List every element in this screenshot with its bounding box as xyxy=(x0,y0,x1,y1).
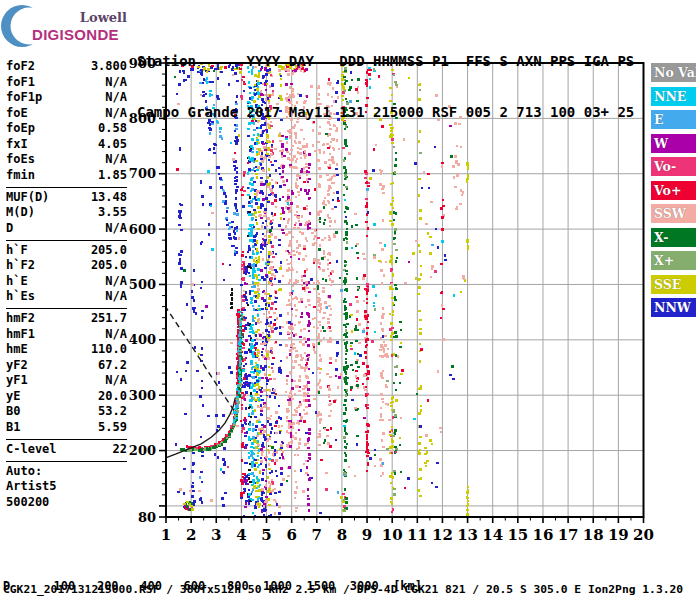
param-value: 20.0 xyxy=(98,389,127,405)
param-label: Auto: xyxy=(6,464,42,480)
param-value: N/A xyxy=(105,274,127,290)
param-row-fmin: fmin1.85 xyxy=(6,168,127,184)
axis-tick-label: 7 xyxy=(312,526,322,544)
param-label: hmF1 xyxy=(6,327,35,343)
axis-tick-label: 20 xyxy=(633,526,654,544)
param-value: 110.0 xyxy=(91,342,127,358)
param-value: N/A xyxy=(105,90,127,106)
param-label: foEs xyxy=(6,152,35,168)
axis-tick-label: 1 xyxy=(161,526,171,544)
param-label: h`F2 xyxy=(6,258,35,274)
param-value: N/A xyxy=(105,327,127,343)
param-value: 13.48 xyxy=(91,190,127,206)
panel-separator xyxy=(6,308,127,309)
param-label: C-level xyxy=(6,442,57,458)
param-value: N/A xyxy=(105,75,127,91)
param-value: 1.85 xyxy=(98,168,127,184)
axis-tick-label: 4 xyxy=(236,526,246,544)
param-row-yf1: yF1N/A xyxy=(6,373,127,389)
param-value: 205.0 xyxy=(91,258,127,274)
param-row-b1: B15.59 xyxy=(6,420,127,436)
header-block: Station YYYY DAY DDD HHMMSS P1 FFS S AXN… xyxy=(137,19,634,138)
axis-tick-label: 300 xyxy=(129,388,156,403)
param-label: hmF2 xyxy=(6,311,35,327)
param-row-fof1: foF1N/A xyxy=(6,75,127,91)
param-row-hme: hmE110.0 xyxy=(6,342,127,358)
panel-separator xyxy=(6,187,127,188)
axis-tick-label: 5 xyxy=(261,526,271,544)
panel-separator xyxy=(6,461,127,462)
param-value: 251.7 xyxy=(91,311,127,327)
legend-item-e: E xyxy=(651,110,696,129)
param-label: foF1p xyxy=(6,90,42,106)
legend-item-sse: SSE xyxy=(651,275,696,294)
param-label: B1 xyxy=(6,420,20,436)
logo-lowell-text: Lowell xyxy=(77,10,127,25)
axis-tick-label: 600 xyxy=(129,222,156,237)
param-value: N/A xyxy=(105,373,127,389)
legend-item-nne: NNE xyxy=(651,87,696,106)
param-label: foE xyxy=(6,106,28,122)
param-label: B0 xyxy=(6,404,20,420)
param-row-foes: foEsN/A xyxy=(6,152,127,168)
param-label: hmE xyxy=(6,342,28,358)
axis-tick-label: 13 xyxy=(457,526,478,544)
parameter-panel: foF23.800foF1N/AfoF1pN/AfoEN/AfoEp0.58fx… xyxy=(6,59,127,510)
param-row-d: DN/A xyxy=(6,221,127,237)
axis-tick-label: 200 xyxy=(129,443,156,458)
axis-tick-label: 80 xyxy=(138,510,156,525)
param-row-fxi: fxI4.05 xyxy=(6,137,127,153)
legend-item-nnw: NNW xyxy=(651,298,696,317)
param-row-hes: h`EsN/A xyxy=(6,289,127,305)
axis-tick-label: 8 xyxy=(337,526,347,544)
axis-tick-label: 2 xyxy=(186,526,196,544)
param-value: N/A xyxy=(105,152,127,168)
param-row-artist5: Artist5 xyxy=(6,479,127,495)
param-label: h`F xyxy=(6,243,28,259)
param-value: N/A xyxy=(105,221,127,237)
axis-tick-label: 500 xyxy=(129,277,156,292)
param-value: 5.59 xyxy=(98,420,127,436)
axis-tick-label: 18 xyxy=(583,526,604,544)
param-label: yE xyxy=(6,389,20,405)
param-label: h`Es xyxy=(6,289,35,305)
panel-separator xyxy=(6,439,127,440)
axis-tick-label: 3 xyxy=(211,526,221,544)
param-row-md: M(D)3.55 xyxy=(6,205,127,221)
legend-item-w: W xyxy=(651,134,696,153)
param-row-mufd: MUF(D)13.48 xyxy=(6,190,127,206)
param-value: 53.2 xyxy=(98,404,127,420)
axis-tick-label: 16 xyxy=(533,526,554,544)
param-label: yF1 xyxy=(6,373,28,389)
param-value: 67.2 xyxy=(98,358,127,374)
param-label: fmin xyxy=(6,168,35,184)
axis-tick-label: 11 xyxy=(407,526,428,544)
param-row-ye: yE20.0 xyxy=(6,389,127,405)
axis-tick-label: 14 xyxy=(482,526,503,544)
param-value: 4.05 xyxy=(98,137,127,153)
param-label: foEp xyxy=(6,121,35,137)
param-label: M(D) xyxy=(6,205,35,221)
param-value: 3.800 xyxy=(91,59,127,75)
param-label: foF1 xyxy=(6,75,35,91)
param-row-he: h`EN/A xyxy=(6,274,127,290)
axis-tick-label: 10 xyxy=(382,526,403,544)
param-label: foF2 xyxy=(6,59,35,75)
param-row-b0: B053.2 xyxy=(6,404,127,420)
param-label: 500200 xyxy=(6,495,49,511)
param-value: 3.55 xyxy=(98,205,127,221)
param-value: N/A xyxy=(105,106,127,122)
header-column-titles: Station YYYY DAY DDD HHMMSS P1 FFS S AXN… xyxy=(137,53,634,70)
param-row-hmf1: hmF1N/A xyxy=(6,327,127,343)
panel-separator xyxy=(6,240,127,241)
param-value: 205.0 xyxy=(91,243,127,259)
param-row-clevel: C-level22 xyxy=(6,442,127,458)
param-row-hmf2: hmF2251.7 xyxy=(6,311,127,327)
legend-item-vop: Vo+ xyxy=(651,181,696,200)
axis-tick-label: 700 xyxy=(129,166,156,181)
legend-item-noval: No Val xyxy=(651,63,696,82)
param-label: MUF(D) xyxy=(6,190,49,206)
param-label: h`E xyxy=(6,274,28,290)
axis-tick-label: 17 xyxy=(558,526,579,544)
param-row-500200: 500200 xyxy=(6,495,127,511)
